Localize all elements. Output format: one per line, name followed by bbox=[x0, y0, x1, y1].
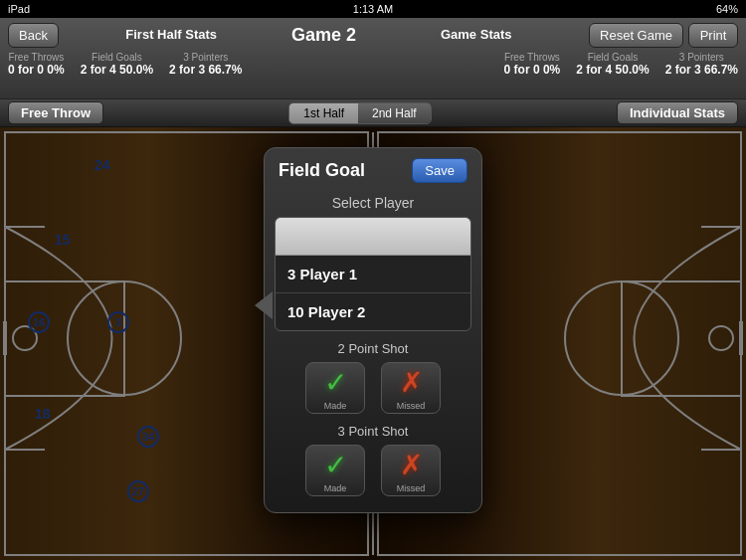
modal-title: Field Goal bbox=[279, 160, 365, 181]
toolbar: Back First Half Stats Game 2 Game Stats … bbox=[0, 18, 746, 99]
carrier-label: iPad bbox=[8, 3, 30, 15]
two-point-missed-label: Missed bbox=[397, 401, 426, 411]
modal-overlay: Field Goal Save Select Player 3 Player 1… bbox=[0, 127, 746, 560]
x-icon-3pt: ✗ bbox=[400, 449, 423, 481]
three-point-missed-label: Missed bbox=[397, 483, 426, 493]
game-free-throws: Free Throws 0 for 0 0% bbox=[504, 52, 561, 77]
two-point-label: 2 Point Shot bbox=[265, 341, 481, 356]
modal-arrow bbox=[255, 291, 273, 319]
game-title: Game 2 bbox=[283, 25, 363, 46]
free-throw-button[interactable]: Free Throw bbox=[8, 101, 103, 124]
print-button[interactable]: Print bbox=[688, 23, 738, 48]
check-icon-3pt: ✓ bbox=[324, 449, 347, 481]
three-point-made-label: Made bbox=[324, 483, 347, 493]
game-stats-label: Game Stats bbox=[363, 27, 589, 42]
first-half-three-pointers: 3 Pointers 2 for 3 66.7% bbox=[169, 52, 242, 77]
two-point-buttons: ✓ Made ✗ Missed bbox=[275, 362, 471, 414]
select-player-label: Select Player bbox=[265, 191, 481, 217]
first-half-stats-label: First Half Stats bbox=[59, 27, 284, 42]
three-point-missed-button[interactable]: ✗ Missed bbox=[381, 445, 441, 496]
status-bar: iPad 1:13 AM 64% bbox=[0, 0, 746, 18]
player-picker-item-1[interactable]: 3 Player 1 bbox=[276, 256, 470, 293]
right-buttons: Reset Game Print bbox=[589, 23, 738, 48]
court-area[interactable]: 24 15 16 3 18 34 27 Field Goal Save Sele… bbox=[0, 127, 746, 560]
game-field-goals: Field Goals 2 for 4 50.0% bbox=[576, 52, 649, 77]
field-goal-modal: Field Goal Save Select Player 3 Player 1… bbox=[264, 147, 482, 513]
game-three-pointers: 3 Pointers 2 for 3 66.7% bbox=[665, 52, 738, 77]
three-point-made-button[interactable]: ✓ Made bbox=[305, 445, 365, 496]
first-half-stats: Free Throws 0 for 0 0% Field Goals 2 for… bbox=[8, 52, 242, 77]
three-point-buttons: ✓ Made ✗ Missed bbox=[275, 445, 471, 496]
modal-header: Field Goal Save bbox=[265, 148, 481, 191]
back-button[interactable]: Back bbox=[8, 23, 59, 48]
first-half-free-throws: Free Throws 0 for 0 0% bbox=[8, 52, 65, 77]
three-point-label: 3 Point Shot bbox=[265, 424, 481, 439]
toolbar-top: Back First Half Stats Game 2 Game Stats … bbox=[0, 18, 746, 52]
toolbar-stats-row: Free Throws 0 for 0 0% Field Goals 2 for… bbox=[0, 52, 746, 98]
tab-2nd-half[interactable]: 2nd Half bbox=[358, 103, 431, 123]
time-label: 1:13 AM bbox=[353, 3, 393, 15]
two-point-made-label: Made bbox=[324, 401, 347, 411]
individual-stats-button[interactable]: Individual Stats bbox=[617, 101, 738, 124]
first-half-field-goals: Field Goals 2 for 4 50.0% bbox=[81, 52, 153, 77]
tab-1st-half[interactable]: 1st Half bbox=[289, 103, 358, 123]
picker-selected-highlight bbox=[276, 218, 470, 256]
action-bar: Free Throw 1st Half 2nd Half Individual … bbox=[0, 99, 746, 127]
x-icon: ✗ bbox=[400, 366, 423, 399]
player-picker: 3 Player 1 10 Player 2 bbox=[275, 217, 471, 331]
two-point-made-button[interactable]: ✓ Made bbox=[305, 362, 365, 414]
modal-save-button[interactable]: Save bbox=[412, 158, 467, 183]
game-stats: Free Throws 0 for 0 0% Field Goals 2 for… bbox=[504, 52, 738, 77]
battery-label: 64% bbox=[716, 3, 738, 15]
reset-game-button[interactable]: Reset Game bbox=[589, 23, 683, 48]
player-picker-item-2[interactable]: 10 Player 2 bbox=[276, 293, 470, 330]
two-point-missed-button[interactable]: ✗ Missed bbox=[381, 362, 441, 414]
check-icon: ✓ bbox=[324, 366, 347, 399]
half-tabs: 1st Half 2nd Half bbox=[288, 102, 431, 124]
